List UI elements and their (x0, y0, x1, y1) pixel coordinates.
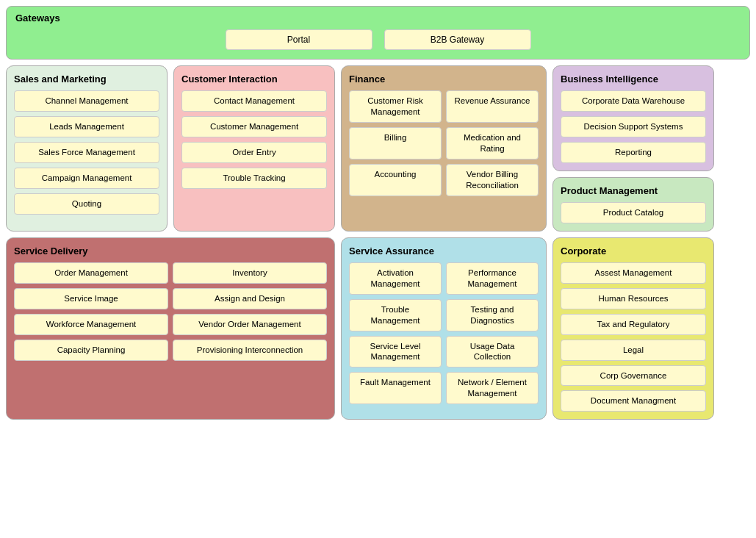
list-item: Provisioning Interconnection (173, 340, 327, 361)
list-item: Billing (349, 127, 442, 159)
list-item: Inventory (173, 262, 327, 284)
list-item: Product Catalog (561, 202, 706, 223)
finance-inner: Customer Risk Management Revenue Assuran… (349, 90, 539, 196)
right-top-col: Business Intelligence Corporate Data War… (552, 65, 714, 232)
finance-section: Finance Customer Risk Management Revenue… (341, 65, 547, 232)
list-item: Customer Management (181, 116, 327, 137)
corporate-section: Corporate Assest Management Human Resour… (552, 237, 714, 420)
service-assurance-section: Service Assurance Activation Management … (341, 237, 547, 420)
list-item: Accounting (349, 164, 442, 196)
list-item: Campaign Management (14, 168, 159, 189)
list-item: Corp Governance (561, 365, 706, 387)
list-item: Testing and Diagnostics (446, 299, 539, 331)
list-item: Legal (561, 340, 706, 361)
list-item: Leads Management (14, 116, 159, 137)
gateway-portal: Portal (226, 29, 372, 50)
list-item: Vendor Billing Reconciliation (446, 164, 539, 196)
list-item: Activation Management (349, 262, 442, 295)
gateways-row: Portal B2B Gateway (15, 29, 741, 50)
list-item: Order Management (14, 262, 168, 284)
list-item: Reporting (561, 142, 706, 163)
finance-title: Finance (349, 73, 539, 85)
bi-title: Business Intelligence (561, 73, 706, 85)
sa-title: Service Assurance (349, 245, 539, 257)
list-item: Customer Risk Management (349, 90, 442, 123)
list-item: Channel Management (14, 90, 159, 112)
list-item: Sales Force Management (14, 142, 159, 163)
list-item: Trouble Tracking (181, 168, 327, 189)
list-item: Quoting (14, 193, 159, 215)
list-item: Revenue Assurance (446, 90, 539, 123)
list-item: Order Entry (181, 142, 327, 163)
list-item: Medication and Rating (446, 127, 539, 159)
list-item: Performance Management (446, 262, 539, 295)
service-delivery-section: Service Delivery Order Management Invent… (6, 237, 335, 420)
customer-section: Customer Interaction Contact Management … (173, 65, 335, 232)
pm-title: Product Management (561, 185, 706, 196)
list-item: Assign and Design (173, 288, 327, 309)
list-item: Service Level Management (349, 336, 442, 368)
gateways-title: Gateways (15, 12, 741, 24)
list-item: Document Managment (561, 390, 706, 412)
gateway-b2b: B2B Gateway (384, 29, 531, 50)
list-item: Fault Management (349, 372, 442, 404)
list-item: Human Resources (561, 288, 706, 309)
corp-title: Corporate (561, 245, 706, 257)
sd-title: Service Delivery (14, 245, 327, 257)
list-item: Trouble Management (349, 299, 442, 331)
page-wrapper: Gateways Portal B2B Gateway Sales and Ma… (6, 6, 750, 420)
list-item: Workforce Management (14, 314, 168, 335)
list-item: Contact Management (181, 90, 327, 112)
list-item: Vendor Order Management (173, 314, 327, 335)
gateways-section: Gateways Portal B2B Gateway (6, 6, 750, 60)
sales-section: Sales and Marketing Channel Management L… (6, 65, 168, 232)
main-grid: Sales and Marketing Channel Management L… (6, 65, 750, 420)
sa-inner: Activation Management Performance Manage… (349, 262, 539, 405)
bi-section: Business Intelligence Corporate Data War… (552, 65, 714, 171)
list-item: Decision Support Systems (561, 116, 706, 137)
list-item: Usage Data Collection (446, 336, 539, 368)
list-item: Corporate Data Warehouse (561, 90, 706, 112)
list-item: Assest Management (561, 262, 706, 284)
list-item: Service Image (14, 288, 168, 309)
list-item: Tax and Regulatory (561, 314, 706, 335)
customer-title: Customer Interaction (181, 73, 327, 85)
sales-title: Sales and Marketing (14, 73, 159, 85)
list-item: Network / Element Management (446, 372, 539, 404)
pm-section: Product Management Product Catalog (552, 177, 714, 232)
sd-inner: Order Management Inventory Service Image… (14, 262, 327, 361)
list-item: Capacity Planning (14, 340, 168, 361)
